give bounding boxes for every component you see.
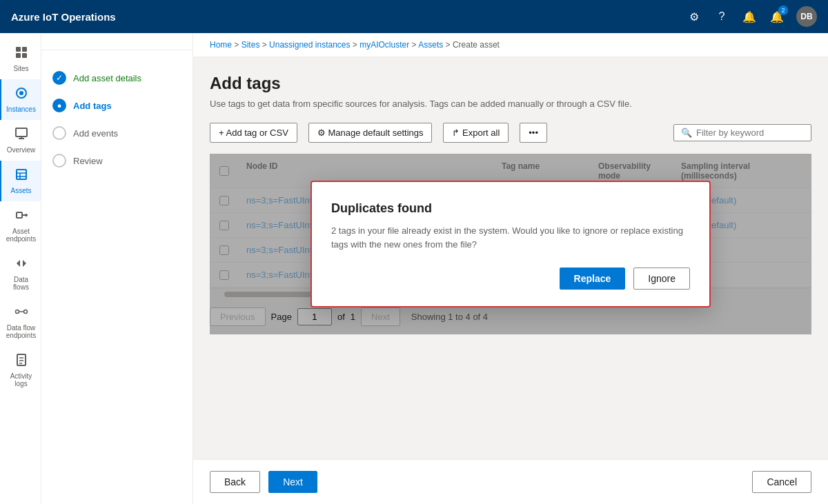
svg-rect-1 bbox=[22, 47, 27, 52]
sidebar-item-overview[interactable]: Overview bbox=[0, 120, 41, 161]
topbar: Azure IoT Operations ⚙ ? 🔔 🔔 2 DB bbox=[0, 0, 828, 33]
overview-icon bbox=[14, 127, 28, 144]
search-input[interactable] bbox=[696, 128, 812, 138]
sidebar-item-data-flows[interactable]: Data flows bbox=[0, 250, 41, 298]
wizard-step-label-2: Add tags bbox=[73, 101, 112, 111]
instances-icon bbox=[14, 86, 28, 103]
wizard-step-add-events[interactable]: Add events bbox=[52, 119, 181, 147]
notification-icon[interactable]: 🔔 2 bbox=[769, 8, 785, 25]
dialog-overlay: Duplicates found 2 tags in your file alr… bbox=[210, 154, 811, 334]
svg-point-17 bbox=[23, 310, 27, 314]
settings-icon[interactable]: ⚙ bbox=[686, 8, 702, 25]
breadcrumb-sites[interactable]: Sites bbox=[241, 40, 260, 50]
page-title: Add tags bbox=[210, 74, 811, 93]
sidebar-label-data-flows: Data flows bbox=[6, 276, 37, 291]
svg-rect-9 bbox=[17, 170, 26, 179]
replace-button[interactable]: Replace bbox=[560, 268, 626, 290]
sidebar-label-overview: Overview bbox=[7, 146, 36, 154]
sidebar-item-assets[interactable]: Assets bbox=[0, 161, 41, 201]
sidebar: Sites Instances Overview Assets Asset en… bbox=[0, 33, 41, 504]
page-subtitle: Use tags to get data from specific sourc… bbox=[210, 99, 811, 109]
activity-logs-icon bbox=[14, 353, 28, 370]
bell-icon[interactable]: 🔔 bbox=[741, 8, 758, 25]
sidebar-label-sites: Sites bbox=[13, 65, 28, 72]
sidebar-label-activity-logs: Activity logs bbox=[6, 372, 37, 387]
svg-rect-13 bbox=[17, 212, 22, 218]
wizard-step-label-3: Add events bbox=[73, 128, 118, 139]
dialog-message: 2 tags in your file already exist in the… bbox=[331, 224, 690, 251]
search-box: 🔍 bbox=[673, 124, 811, 141]
svg-point-15 bbox=[25, 214, 28, 216]
sidebar-label-assets: Assets bbox=[10, 187, 31, 194]
export-all-button[interactable]: ↱ Export all bbox=[443, 123, 509, 143]
help-icon[interactable]: ? bbox=[713, 8, 730, 25]
dialog-title: Duplicates found bbox=[331, 201, 690, 216]
manage-settings-button[interactable]: ⚙ Manage default settings bbox=[308, 123, 433, 143]
breadcrumb-current: Create asset bbox=[453, 40, 500, 50]
breadcrumb-cluster[interactable]: myAIOcluster bbox=[359, 40, 409, 50]
wizard-step-review[interactable]: Review bbox=[52, 147, 181, 174]
tags-toolbar: + Add tag or CSV ⚙ Manage default settin… bbox=[210, 123, 811, 143]
sidebar-label-data-flow-endpoints: Data flow endpoints bbox=[6, 324, 37, 339]
breadcrumb-home[interactable]: Home bbox=[210, 40, 232, 50]
sidebar-item-instances[interactable]: Instances bbox=[0, 79, 41, 120]
svg-rect-2 bbox=[16, 53, 21, 58]
svg-rect-0 bbox=[16, 47, 21, 52]
breadcrumb-assets[interactable]: Assets bbox=[418, 40, 443, 50]
data-flow-endpoints-icon bbox=[14, 305, 28, 322]
duplicates-dialog: Duplicates found 2 tags in your file alr… bbox=[310, 181, 711, 308]
asset-endpoints-icon bbox=[14, 208, 28, 225]
step2-circle: ● bbox=[52, 99, 66, 112]
wizard-step-add-tags[interactable]: ● Add tags bbox=[52, 92, 181, 119]
avatar[interactable]: DB bbox=[796, 6, 817, 27]
dialog-actions: Replace Ignore bbox=[331, 268, 690, 290]
step1-circle: ✓ bbox=[52, 71, 66, 85]
page-body: Add tags Use tags to get data from speci… bbox=[193, 57, 828, 459]
breadcrumb: Home > Sites > Unassigned instances > my… bbox=[193, 33, 828, 57]
sidebar-item-sites[interactable]: Sites bbox=[0, 39, 41, 79]
app-title: Azure IoT Operations bbox=[11, 11, 686, 23]
svg-rect-3 bbox=[22, 53, 27, 58]
wizard-step-label-1: Add asset details bbox=[73, 73, 141, 83]
assets-icon bbox=[14, 168, 28, 185]
next-button[interactable]: Next bbox=[268, 471, 317, 493]
sidebar-item-asset-endpoints[interactable]: Asset endpoints bbox=[0, 201, 41, 250]
svg-rect-6 bbox=[16, 128, 27, 137]
cancel-button[interactable]: Cancel bbox=[752, 471, 811, 493]
wizard-step-asset-details[interactable]: ✓ Add asset details bbox=[52, 64, 181, 92]
breadcrumb-unassigned[interactable]: Unassigned instances bbox=[269, 40, 350, 50]
step4-circle bbox=[52, 154, 66, 168]
step3-circle bbox=[52, 126, 66, 140]
sidebar-label-instances: Instances bbox=[6, 105, 36, 113]
data-flows-icon bbox=[14, 256, 28, 274]
add-tag-csv-button[interactable]: + Add tag or CSV bbox=[210, 123, 297, 143]
more-options-button[interactable]: ••• bbox=[520, 123, 547, 143]
footer: Back Next Cancel bbox=[193, 459, 828, 504]
svg-point-16 bbox=[15, 310, 19, 314]
ignore-button[interactable]: Ignore bbox=[633, 268, 690, 290]
sites-icon bbox=[14, 46, 28, 63]
search-icon: 🔍 bbox=[681, 128, 692, 138]
back-button[interactable]: Back bbox=[210, 471, 260, 493]
sidebar-label-asset-endpoints: Asset endpoints bbox=[6, 228, 37, 243]
sidebar-item-data-flow-endpoints[interactable]: Data flow endpoints bbox=[0, 298, 41, 346]
svg-point-5 bbox=[19, 91, 23, 95]
sidebar-item-activity-logs[interactable]: Activity logs bbox=[0, 346, 41, 394]
topbar-icons: ⚙ ? 🔔 🔔 2 DB bbox=[686, 6, 817, 27]
wizard-panel: ✓ Add asset details ● Add tags Add event… bbox=[41, 50, 193, 188]
wizard-step-label-4: Review bbox=[73, 156, 103, 166]
notif-badge: 2 bbox=[778, 6, 788, 15]
